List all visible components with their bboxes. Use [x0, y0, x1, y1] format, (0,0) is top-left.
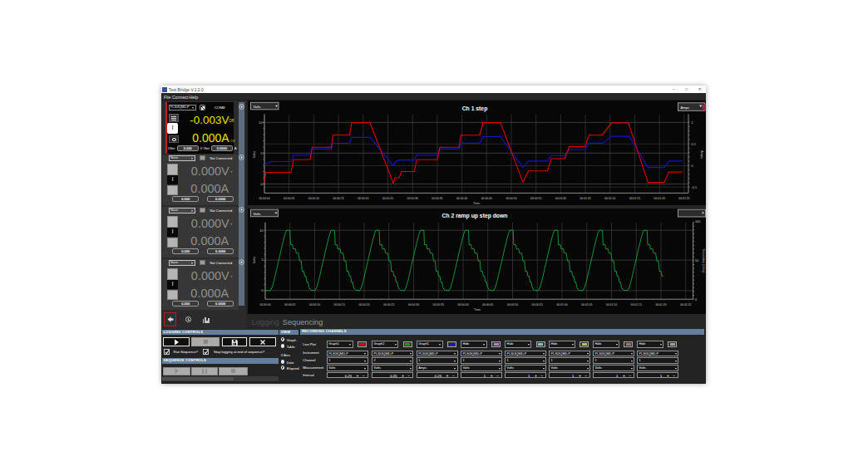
svg-text:10: 10: [259, 229, 263, 233]
svg-text:100: 100: [695, 220, 700, 223]
svg-text:00:01:20: 00:01:20: [655, 303, 666, 307]
svg-text:50: 50: [695, 259, 698, 262]
svg-text:00:01:05: 00:01:05: [581, 303, 592, 307]
svg-text:0: 0: [692, 164, 693, 168]
svg-text:00:01:10: 00:01:10: [606, 303, 617, 307]
svg-text:00:01:15: 00:01:15: [631, 303, 642, 307]
svg-text:Volts: Volts: [253, 257, 256, 263]
svg-text:00:00:50: 00:00:50: [507, 303, 518, 307]
svg-text:00:00:15: 00:00:15: [333, 197, 343, 200]
svg-text:Volts: Volts: [254, 105, 261, 109]
svg-text:00:00:15: 00:00:15: [334, 303, 345, 307]
svg-text:00:01:20: 00:01:20: [654, 197, 665, 200]
svg-text:0: 0: [260, 183, 262, 186]
svg-text:00:00:30: 00:00:30: [408, 303, 419, 307]
svg-text:00:01:00: 00:01:00: [555, 197, 566, 200]
svg-text:Volts: Volts: [254, 212, 261, 216]
svg-text:00:00:05: 00:00:05: [284, 303, 295, 307]
svg-text:00:01:15: 00:01:15: [629, 197, 640, 200]
svg-text:00:01:10: 00:01:10: [604, 197, 615, 200]
svg-text:00:00:30: 00:00:30: [407, 197, 418, 200]
svg-text:00:00:45: 00:00:45: [482, 303, 493, 307]
svg-text:00:00:45: 00:00:45: [481, 197, 492, 200]
svg-text:00:00:00: 00:00:00: [259, 197, 269, 200]
svg-text:00:00:10: 00:00:10: [308, 197, 319, 200]
svg-text:00:00:20: 00:00:20: [358, 197, 368, 200]
svg-text:00:00:20: 00:00:20: [358, 303, 369, 307]
svg-text:5: 5: [260, 152, 262, 155]
svg-text:Ch 2 ramp up step down: Ch 2 ramp up step down: [442, 213, 508, 219]
svg-text:00:00:05: 00:00:05: [284, 197, 294, 200]
svg-text:Time: Time: [474, 308, 481, 312]
svg-text:Secondary (Units): Secondary (Units): [702, 249, 705, 273]
svg-text:00:00:00: 00:00:00: [259, 303, 270, 307]
svg-text:1: 1: [692, 121, 693, 125]
svg-text:00:01:00: 00:01:00: [556, 303, 567, 307]
svg-text:00:00:40: 00:00:40: [456, 197, 467, 200]
svg-text:00:01:05: 00:01:05: [579, 197, 590, 200]
svg-text:00:00:35: 00:00:35: [433, 303, 444, 307]
svg-text:0: 0: [261, 289, 263, 292]
svg-text:Volts: Volts: [253, 151, 256, 158]
svg-text:00:00:55: 00:00:55: [532, 303, 543, 307]
svg-text:00:00:50: 00:00:50: [506, 197, 516, 200]
svg-text:Time: Time: [473, 202, 480, 205]
svg-text:-0.5: -0.5: [692, 186, 698, 189]
svg-text:00:00:25: 00:00:25: [383, 303, 394, 307]
svg-text:00:00:25: 00:00:25: [382, 197, 393, 200]
svg-text:5: 5: [261, 258, 263, 262]
svg-text:Amps: Amps: [700, 150, 703, 159]
svg-text:Ch 1 step: Ch 1 step: [462, 105, 488, 112]
svg-text:00:00:55: 00:00:55: [530, 197, 541, 200]
svg-text:Amps: Amps: [681, 105, 690, 110]
svg-text:00:00:35: 00:00:35: [432, 197, 442, 200]
svg-text:00:00:40: 00:00:40: [457, 303, 468, 307]
svg-text:00:00:10: 00:00:10: [309, 303, 320, 307]
svg-text:00:01:25: 00:01:25: [680, 303, 691, 307]
svg-text:00:01:25: 00:01:25: [678, 197, 689, 200]
svg-text:0.5: 0.5: [692, 143, 696, 146]
svg-text:0: 0: [695, 298, 697, 302]
svg-text:10: 10: [259, 121, 262, 125]
